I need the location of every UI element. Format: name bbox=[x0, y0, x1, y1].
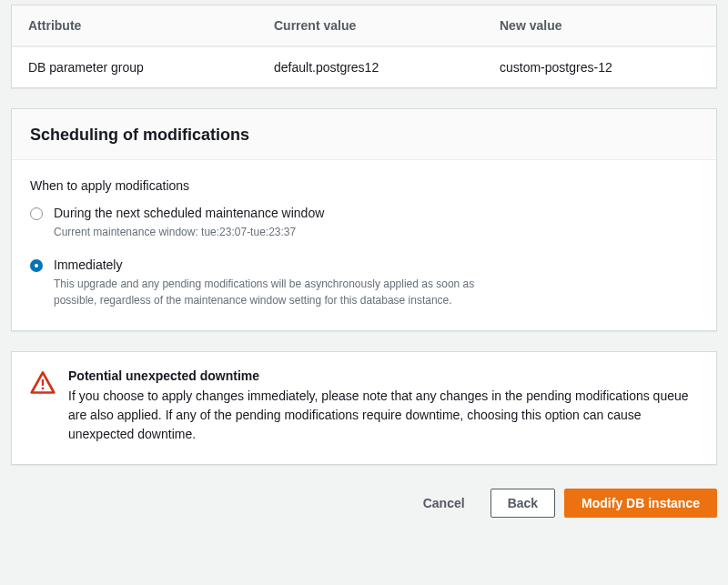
option-immediately[interactable]: Immediately This upgrade and any pending… bbox=[30, 257, 698, 308]
warning-title: Potential unexpected downtime bbox=[68, 368, 698, 383]
footer-actions: Cancel Back Modify DB instance bbox=[0, 465, 728, 527]
summary-td-new: custom-postgres-12 bbox=[483, 47, 716, 87]
summary-th-current: Current value bbox=[258, 5, 483, 45]
modify-db-instance-button[interactable]: Modify DB instance bbox=[564, 489, 717, 518]
option-label: During the next scheduled maintenance wi… bbox=[54, 205, 324, 222]
summary-td-attribute: DB parameter group bbox=[12, 47, 258, 87]
radio-selected-icon[interactable] bbox=[30, 259, 43, 272]
summary-table-header: Attribute Current value New value bbox=[12, 5, 716, 46]
summary-td-current: default.postgres12 bbox=[258, 47, 483, 87]
summary-table-panel: Attribute Current value New value DB par… bbox=[11, 5, 717, 88]
summary-table-row: DB parameter group default.postgres12 cu… bbox=[12, 46, 716, 87]
svg-rect-0 bbox=[42, 379, 44, 386]
scheduling-heading: Scheduling of modifications bbox=[12, 109, 716, 160]
scheduling-panel: Scheduling of modifications When to appl… bbox=[11, 108, 717, 331]
svg-rect-1 bbox=[42, 387, 44, 388]
cancel-button[interactable]: Cancel bbox=[407, 489, 481, 518]
scheduling-prompt: When to apply modifications bbox=[30, 178, 698, 193]
warning-text: If you choose to apply changes immediate… bbox=[68, 387, 698, 444]
back-button[interactable]: Back bbox=[490, 489, 555, 518]
option-desc: Current maintenance window: tue:23:07-tu… bbox=[54, 224, 324, 240]
warning-panel: Potential unexpected downtime If you cho… bbox=[11, 351, 717, 465]
option-desc: This upgrade and any pending modificatio… bbox=[54, 276, 509, 308]
summary-th-new: New value bbox=[483, 5, 716, 45]
warning-triangle-icon bbox=[30, 370, 56, 396]
summary-th-attribute: Attribute bbox=[12, 5, 258, 45]
option-next-maintenance-window[interactable]: During the next scheduled maintenance wi… bbox=[30, 205, 698, 240]
radio-unselected-icon[interactable] bbox=[30, 207, 43, 220]
option-label: Immediately bbox=[54, 257, 509, 274]
